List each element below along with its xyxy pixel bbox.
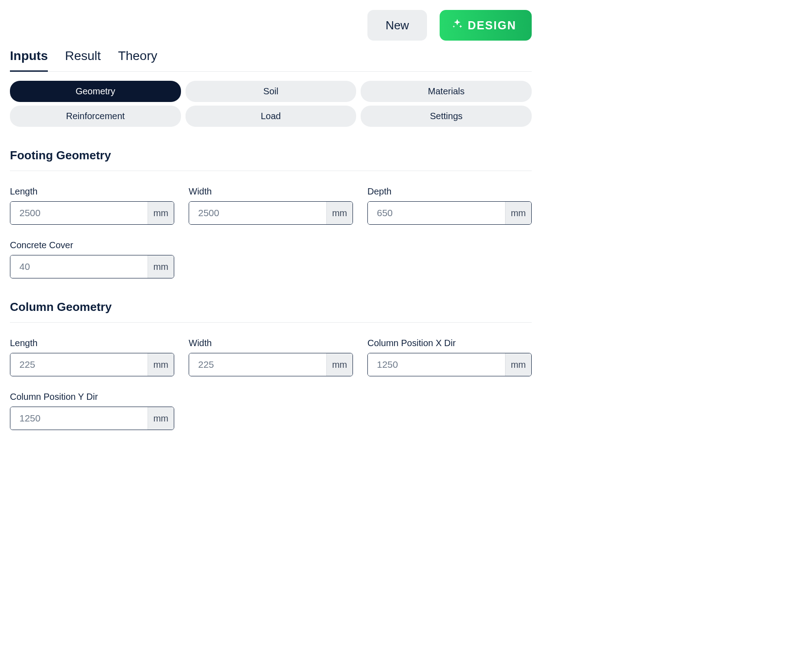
- section-title-footing: Footing Geometry: [10, 148, 532, 171]
- unit-mm: mm: [326, 202, 353, 224]
- main-tabs: Inputs Result Theory: [10, 45, 532, 72]
- unit-mm: mm: [505, 202, 531, 224]
- subtab-load[interactable]: Load: [186, 106, 357, 127]
- tab-inputs[interactable]: Inputs: [10, 45, 48, 71]
- input-footing-width[interactable]: [189, 202, 326, 224]
- label-footing-depth: Depth: [367, 186, 532, 197]
- field-footing-depth: Depth mm: [367, 186, 532, 225]
- label-column-pos-y: Column Position Y Dir: [10, 392, 174, 402]
- section-footing-geometry: Footing Geometry Length mm Width mm Dept…: [10, 148, 532, 278]
- label-footing-width: Width: [189, 186, 353, 197]
- label-column-pos-x: Column Position X Dir: [367, 338, 532, 348]
- field-column-length: Length mm: [10, 338, 174, 376]
- input-footing-length[interactable]: [10, 202, 148, 224]
- field-column-pos-x: Column Position X Dir mm: [367, 338, 532, 376]
- subtab-reinforcement[interactable]: Reinforcement: [10, 106, 181, 127]
- unit-mm: mm: [148, 255, 174, 278]
- unit-mm: mm: [148, 353, 174, 376]
- input-column-pos-x[interactable]: [368, 353, 505, 376]
- input-column-pos-y[interactable]: [10, 407, 148, 430]
- tab-theory[interactable]: Theory: [118, 45, 157, 71]
- field-footing-width: Width mm: [189, 186, 353, 225]
- sparkle-icon: [451, 18, 463, 32]
- input-column-length[interactable]: [10, 353, 148, 376]
- section-title-column: Column Geometry: [10, 300, 532, 323]
- unit-mm: mm: [148, 202, 174, 224]
- subtab-geometry[interactable]: Geometry: [10, 81, 181, 102]
- label-footing-cover: Concrete Cover: [10, 240, 174, 250]
- new-button[interactable]: New: [367, 10, 427, 41]
- unit-mm: mm: [505, 353, 531, 376]
- input-footing-depth[interactable]: [368, 202, 505, 224]
- subtab-soil[interactable]: Soil: [186, 81, 357, 102]
- input-column-width[interactable]: [189, 353, 326, 376]
- design-button[interactable]: DESIGN: [440, 10, 532, 41]
- design-button-label: DESIGN: [468, 19, 516, 32]
- subtabs: Geometry Soil Materials Reinforcement Lo…: [10, 81, 532, 127]
- field-footing-cover: Concrete Cover mm: [10, 240, 174, 278]
- top-action-bar: New DESIGN: [10, 10, 532, 41]
- input-footing-cover[interactable]: [10, 255, 148, 278]
- field-column-width: Width mm: [189, 338, 353, 376]
- field-footing-length: Length mm: [10, 186, 174, 225]
- tab-result[interactable]: Result: [65, 45, 101, 71]
- subtab-materials[interactable]: Materials: [361, 81, 532, 102]
- label-column-width: Width: [189, 338, 353, 348]
- label-footing-length: Length: [10, 186, 174, 197]
- subtab-settings[interactable]: Settings: [361, 106, 532, 127]
- unit-mm: mm: [326, 353, 353, 376]
- section-column-geometry: Column Geometry Length mm Width mm Colum…: [10, 300, 532, 430]
- unit-mm: mm: [148, 407, 174, 430]
- field-column-pos-y: Column Position Y Dir mm: [10, 392, 174, 430]
- label-column-length: Length: [10, 338, 174, 348]
